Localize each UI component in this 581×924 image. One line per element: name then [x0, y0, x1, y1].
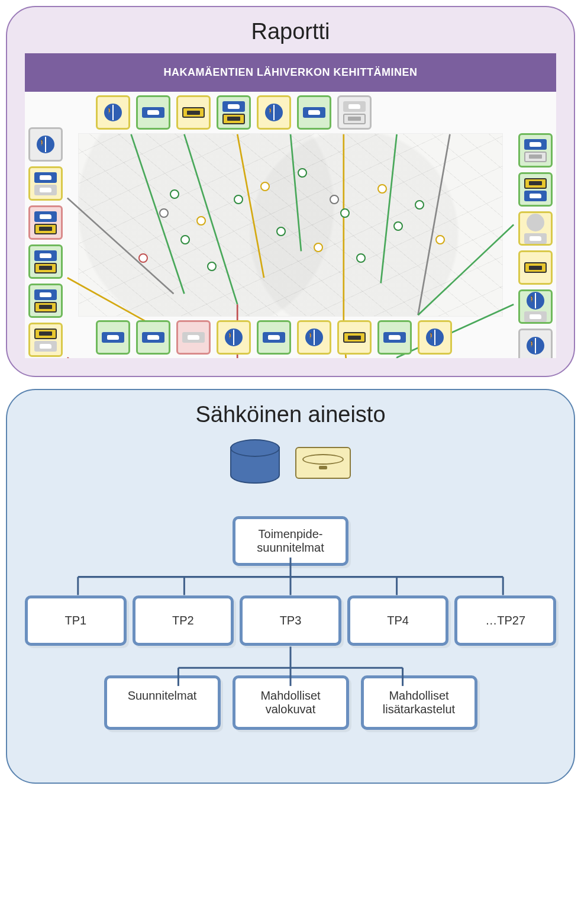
ped-icon [527, 292, 544, 310]
car-icon [222, 101, 245, 112]
material-panel: Sähköinen aineisto [6, 389, 575, 784]
bus-icon [524, 178, 547, 189]
ped-icon [305, 329, 323, 346]
bus-icon [182, 107, 205, 118]
database-icon [230, 439, 277, 487]
traffic-sign [518, 329, 553, 358]
tree-root: Toimenpide- suunnitelmat [233, 516, 348, 566]
traffic-sign [297, 95, 331, 130]
report-header: HAKAMÄENTIEN LÄHIVERKON KEHITTÄMINEN [25, 53, 556, 92]
bus-icon [34, 329, 57, 339]
traffic-sign [518, 172, 553, 207]
svg-line-24 [397, 358, 450, 358]
map-node [340, 208, 350, 218]
bus-icon [524, 262, 547, 273]
report-body: HAKAMÄENTIEN LÄHIVERKON KEHITTÄMINEN [25, 53, 556, 358]
car-icon [142, 332, 164, 343]
ped-icon [37, 136, 54, 153]
map-node [435, 235, 445, 244]
car-icon [34, 341, 57, 352]
traffic-sign [96, 320, 130, 355]
traffic-sign [257, 95, 291, 130]
tree-node-lisatarkastelut: Mahdolliset lisätarkastelut [361, 675, 477, 730]
car-icon [142, 107, 164, 118]
map-node [298, 168, 307, 178]
map-node [159, 208, 169, 218]
map-background [78, 133, 503, 317]
tree-node-valokuvat: Mahdolliset valokuvat [233, 675, 349, 730]
car-icon [524, 191, 547, 201]
traffic-sign [28, 166, 63, 201]
traffic-sign [337, 95, 372, 130]
traffic-sign [176, 95, 211, 130]
svg-line-16 [397, 358, 514, 358]
car-icon [34, 172, 57, 183]
storage-icons [25, 439, 556, 487]
map-node [330, 195, 339, 204]
car-icon [182, 332, 205, 343]
map-node [356, 253, 366, 263]
car-icon [34, 185, 57, 195]
car-icon [343, 101, 366, 112]
traffic-sign [518, 133, 553, 168]
car-icon [524, 139, 547, 150]
traffic-sign [28, 323, 63, 357]
tree-node-tp4: TP4 [347, 595, 449, 646]
car-icon [524, 233, 547, 244]
bus-icon [343, 114, 366, 124]
bus-icon [34, 302, 57, 313]
traffic-sign [136, 95, 170, 130]
car-icon [34, 289, 57, 300]
map-node [415, 200, 424, 210]
ped-icon [104, 104, 122, 121]
bus-icon [222, 114, 245, 124]
map-node [377, 184, 387, 194]
traffic-sign [136, 320, 170, 355]
ped-icon [426, 329, 444, 346]
car-icon [34, 250, 57, 261]
map-node [393, 221, 403, 231]
car-icon [383, 332, 406, 343]
report-panel: Raportti HAKAMÄENTIEN LÄHIVERKON KEHITTÄ… [6, 6, 575, 377]
sign-col-left [28, 127, 63, 357]
traffic-sign [297, 320, 331, 355]
bus-icon [34, 224, 57, 234]
tree-level-1: TP1 TP2 TP3 TP4 …TP27 [25, 595, 556, 646]
traffic-sign [28, 284, 63, 318]
car-icon [524, 311, 547, 322]
traffic-sign [28, 244, 63, 279]
tree-node-tp1: TP1 [25, 595, 127, 646]
traffic-sign [217, 95, 251, 130]
map-node [138, 253, 148, 263]
traffic-sign [337, 320, 372, 355]
traffic-sign [96, 95, 130, 130]
sign-row-bottom [96, 320, 452, 355]
report-panel-title: Raportti [25, 19, 556, 44]
traffic-sign [518, 211, 553, 246]
car-icon [102, 332, 124, 343]
map-node [314, 243, 323, 252]
material-panel-title: Sähköinen aineisto [25, 402, 556, 427]
car-icon [34, 211, 57, 222]
map-node [260, 182, 270, 191]
ped-icon [527, 214, 544, 231]
map-area [25, 92, 556, 358]
traffic-sign [176, 320, 211, 355]
map-node [276, 227, 286, 236]
bus-icon [524, 152, 547, 162]
tree-node-tp3: TP3 [240, 595, 341, 646]
tree-node-tp2: TP2 [133, 595, 234, 646]
ped-icon [527, 337, 544, 355]
traffic-sign [377, 320, 412, 355]
tree-node-tp27: …TP27 [454, 595, 556, 646]
map-node [207, 262, 217, 271]
sign-row-top [96, 95, 372, 130]
bus-icon [343, 332, 366, 343]
tree-node-suunnitelmat: Suunnitelmat [104, 675, 221, 730]
traffic-sign [518, 289, 553, 324]
bus-icon [34, 263, 57, 273]
traffic-sign [28, 205, 63, 240]
map-node [180, 235, 190, 244]
tree-level-2: Suunnitelmat Mahdolliset valokuvat Mahdo… [25, 675, 556, 730]
traffic-sign [257, 320, 291, 355]
